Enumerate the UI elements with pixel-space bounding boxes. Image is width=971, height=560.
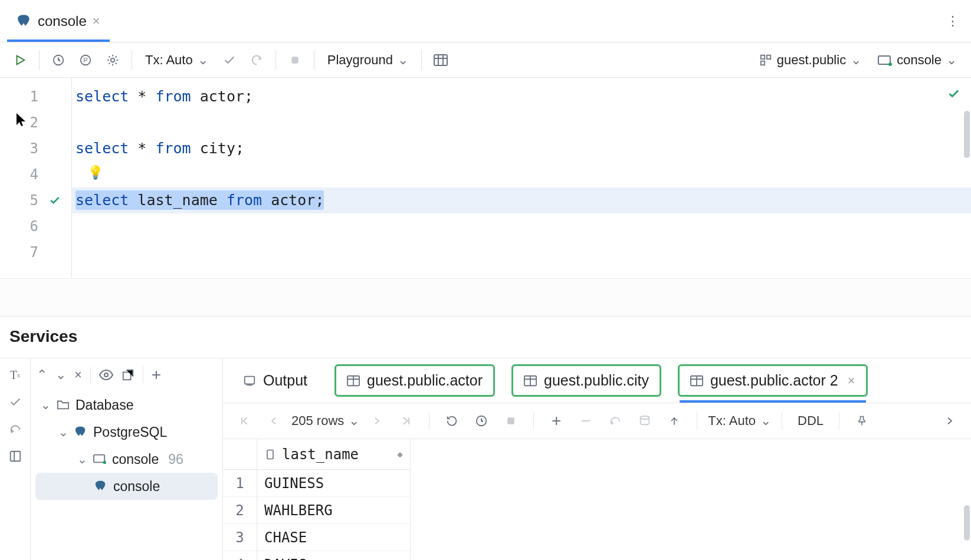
grid-cell[interactable]: CHASE: [257, 524, 410, 551]
code-line[interactable]: [72, 239, 971, 265]
more-right-icon[interactable]: [938, 409, 962, 433]
playground-label: Playground: [327, 52, 393, 68]
open-new-icon[interactable]: [122, 368, 135, 381]
svg-point-12: [104, 373, 108, 377]
tree-label: console: [113, 479, 160, 495]
next-page-icon[interactable]: [365, 409, 389, 433]
first-page-icon[interactable]: [232, 409, 256, 433]
add-icon[interactable]: +: [152, 365, 161, 384]
commit-icon[interactable]: [218, 48, 241, 72]
apply-check-icon[interactable]: [7, 394, 24, 410]
history-icon[interactable]: [47, 48, 70, 72]
grid-tx-dropdown[interactable]: Tx: Auto ⌄: [708, 413, 771, 429]
stop-icon[interactable]: [499, 409, 523, 433]
console-label: console: [897, 52, 942, 68]
cursor-arrow-icon: [15, 112, 27, 129]
show-icon[interactable]: [99, 370, 113, 380]
tree-node-postgresql[interactable]: ⌄ PostgreSQL: [31, 419, 222, 446]
services-tab-actor2[interactable]: guest.public.actor 2 ×: [678, 364, 868, 397]
chevron-down-icon: ⌄: [398, 52, 408, 68]
services-main: Output guest.public.actor guest.public.c…: [223, 358, 971, 560]
file-tab-console[interactable]: console ×: [7, 0, 110, 42]
table-view-icon[interactable]: [429, 48, 452, 72]
tree-suffix: 96: [168, 452, 183, 467]
close-icon[interactable]: ×: [93, 14, 100, 29]
rows-count-dropdown[interactable]: 205 rows ⌄: [291, 413, 359, 429]
svg-point-3: [111, 58, 114, 61]
code-line[interactable]: select last_name from actor;: [72, 187, 971, 213]
run-icon[interactable]: [8, 48, 32, 72]
postgres-icon: [74, 426, 87, 439]
row-number[interactable]: 2: [223, 497, 257, 524]
column-icon: [264, 448, 276, 461]
column-header[interactable]: last_name ◆: [257, 439, 410, 470]
schema-selector[interactable]: guest.public ⌄: [753, 48, 867, 72]
console-selector[interactable]: console ⌄: [872, 48, 963, 72]
tree-node-console[interactable]: ⌄ console 96: [31, 446, 222, 473]
remove-row-icon[interactable]: −: [574, 409, 598, 433]
grid-cell[interactable]: WAHLBERG: [257, 497, 410, 524]
editor-scrollbar[interactable]: [964, 111, 970, 158]
last-page-icon[interactable]: [395, 409, 418, 433]
undo-icon[interactable]: [7, 421, 24, 437]
auto-refresh-icon[interactable]: [470, 409, 493, 433]
close-icon[interactable]: ×: [74, 367, 82, 383]
grid-toolbar: 205 rows ⌄: [223, 403, 971, 439]
prev-page-icon[interactable]: [262, 409, 286, 433]
file-tab-label: console: [38, 13, 87, 29]
settings-icon[interactable]: [101, 48, 124, 72]
expand-up-icon[interactable]: ⌃: [37, 367, 47, 383]
editor-toolbar: P Tx: Auto ⌄ Playground ⌄ guest.public ⌄…: [0, 42, 971, 78]
tx-mode-label: Tx: Auto: [145, 52, 193, 68]
grid-row-numbers: 1234: [223, 439, 257, 560]
svg-point-10: [888, 62, 892, 66]
explain-plan-icon[interactable]: P: [74, 48, 97, 72]
ddl-button[interactable]: DDL: [793, 413, 828, 429]
grid-scrollbar[interactable]: [964, 505, 970, 541]
sql-editor[interactable]: 1234567 select * from actor;select * fro…: [0, 78, 971, 278]
row-number[interactable]: 1: [223, 470, 257, 497]
tx-mode-dropdown[interactable]: Tx: Auto ⌄: [139, 48, 214, 72]
add-row-icon[interactable]: +: [544, 409, 568, 433]
grid-cell[interactable]: GUINESS: [257, 470, 410, 497]
rollback-icon[interactable]: [245, 48, 268, 72]
stop-icon[interactable]: [283, 48, 307, 72]
services-tab-actor[interactable]: guest.public.actor: [334, 364, 495, 397]
revert-icon[interactable]: [603, 409, 627, 433]
results-grid[interactable]: 1234 last_name ◆ GUINESSWAHLBERGCHASEDAV…: [223, 439, 971, 560]
code-line[interactable]: select * from city;: [72, 136, 971, 162]
intention-bulb-icon[interactable]: 💡: [76, 162, 971, 184]
submit-db-icon[interactable]: [633, 409, 657, 433]
chevron-down-icon: ⌄: [198, 52, 208, 68]
kebab-menu-icon[interactable]: ⋮: [942, 14, 964, 29]
schema-label: guest.public: [777, 52, 846, 68]
close-icon[interactable]: ×: [848, 373, 855, 388]
editor-resize-gap[interactable]: [0, 278, 971, 316]
svg-rect-16: [245, 376, 255, 384]
row-number[interactable]: 3: [223, 524, 257, 551]
no-problems-check-icon[interactable]: [947, 87, 960, 100]
upload-icon[interactable]: [662, 409, 686, 433]
layout-icon[interactable]: [7, 448, 24, 465]
sort-icon[interactable]: ◆: [397, 449, 403, 460]
editor-code-area[interactable]: select * from actor;select * from city;💡…: [72, 78, 971, 278]
code-line[interactable]: [72, 110, 971, 136]
tree-node-console-leaf[interactable]: console: [35, 473, 218, 500]
grid-cell[interactable]: DAVIS: [257, 551, 410, 560]
code-line[interactable]: [72, 213, 971, 239]
playground-dropdown[interactable]: Playground ⌄: [322, 48, 414, 72]
services-tab-city[interactable]: guest.public.city: [511, 364, 661, 397]
tab-label: guest.public.actor: [367, 372, 483, 389]
refresh-icon[interactable]: [440, 409, 464, 433]
pin-icon[interactable]: [850, 409, 874, 433]
services-tab-output[interactable]: Output: [232, 366, 318, 395]
services-tree: ⌃ ⌄ × + ⌄ Database: [31, 358, 223, 560]
row-number[interactable]: 4: [223, 551, 257, 560]
code-line[interactable]: select * from actor;: [72, 84, 971, 110]
expand-down-icon[interactable]: ⌄: [55, 367, 66, 383]
svg-point-22: [641, 416, 649, 420]
table-icon: [347, 374, 360, 387]
tree-node-database[interactable]: ⌄ Database: [31, 391, 222, 419]
text-filter-icon[interactable]: Tx: [7, 367, 24, 383]
grid-column-lastname: last_name ◆ GUINESSWAHLBERGCHASEDAVIS: [257, 439, 411, 560]
